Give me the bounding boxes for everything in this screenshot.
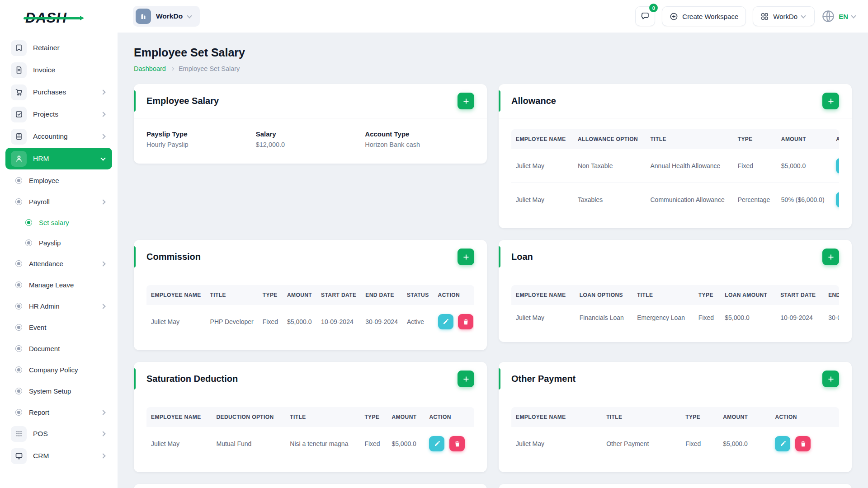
delete-button[interactable]	[449, 436, 465, 451]
create-workspace-label: Create Workspace	[682, 13, 738, 20]
column-header: START DATE	[316, 285, 361, 305]
trash-icon	[454, 441, 461, 447]
edit-button[interactable]	[438, 314, 453, 329]
field-label: Salary	[256, 130, 365, 138]
workdo-menu-button[interactable]: WorkDo	[753, 6, 815, 26]
table-cell: Percentage	[733, 183, 777, 217]
column-header: START DATE	[776, 285, 824, 305]
sidebar-item-projects[interactable]: Projects	[5, 103, 112, 125]
table-cell: 30-09-2024	[361, 305, 402, 338]
trash-icon	[462, 319, 469, 325]
table-header-row: EMPLOYEE NAME TITLE TYPE AMOUNT ACTION	[511, 407, 839, 427]
sidebar-item-label: Invoice	[33, 66, 107, 74]
circle-bullet-icon	[15, 282, 22, 288]
table-header-row: EMPLOYEE NAME LOAN OPTIONS TITLE TYPE LO…	[511, 285, 839, 305]
sidebar-item-accounting[interactable]: Accounting	[5, 126, 112, 147]
create-workspace-button[interactable]: Create Workspace	[662, 6, 746, 26]
edit-button[interactable]	[429, 436, 444, 451]
field-payslip-type: Payslip Type Hourly Payslip	[146, 130, 256, 148]
table-header-row: EMPLOYEE NAME DEDUCTION OPTION TITLE TYP…	[146, 407, 474, 427]
card-title: Allowance	[511, 96, 556, 106]
column-header: ACTION	[831, 129, 839, 149]
table-cell-actions	[770, 427, 839, 460]
table-cell: $5,000.0	[718, 427, 770, 460]
sidebar-item-payslip[interactable]: Payslip	[5, 233, 112, 253]
sidebar-item-label: Company Policy	[29, 366, 107, 374]
sidebar-item-set-salary[interactable]: Set salary	[5, 212, 112, 233]
sidebar-item-event[interactable]: Event	[5, 317, 112, 338]
table-cell: Juliet May	[511, 149, 573, 183]
add-loan-button[interactable]	[822, 249, 839, 265]
edit-button[interactable]	[836, 192, 839, 207]
salary-fields: Payslip Type Hourly Payslip Salary $12,0…	[146, 130, 474, 148]
other-payment-card: Other Payment EMPLOYEE NAME TITLE TYPE A…	[499, 362, 852, 472]
purchases-icon	[11, 84, 27, 100]
table-cell: $5,000.0	[777, 149, 831, 183]
breadcrumb-dashboard-link[interactable]: Dashboard	[134, 65, 166, 72]
sidebar-item-hr-admin[interactable]: HR Admin	[5, 296, 112, 317]
table-cell: Mutual Fund	[212, 427, 285, 460]
sidebar-item-system-setup[interactable]: System Setup	[5, 380, 112, 402]
table-cell: Juliet May	[511, 427, 602, 460]
table-cell: Fixed	[258, 305, 283, 338]
add-saturation-deduction-button[interactable]	[458, 371, 474, 387]
accounting-icon	[11, 129, 27, 145]
language-selector[interactable]: EN	[821, 9, 857, 23]
sidebar-item-payroll[interactable]: Payroll	[5, 191, 112, 212]
sidebar-item-hrm[interactable]: HRM	[5, 148, 112, 169]
pos-icon	[11, 426, 27, 442]
sidebar-item-retainer[interactable]: Retainer	[5, 37, 112, 59]
sidebar-item-attendance[interactable]: Attendance	[5, 253, 112, 274]
column-header: TYPE	[258, 285, 283, 305]
edit-button[interactable]	[775, 436, 790, 451]
loan-table: EMPLOYEE NAME LOAN OPTIONS TITLE TYPE LO…	[511, 285, 839, 330]
chevron-right-icon	[100, 112, 105, 117]
invoice-icon	[11, 62, 27, 78]
app-root: DASH Retainer Invoice Purchases	[0, 0, 868, 488]
field-account-type: Account Type Horizon Bank cash	[365, 130, 474, 148]
add-commission-button[interactable]	[458, 249, 474, 265]
column-header: TITLE	[632, 285, 694, 305]
sidebar-item-label: Set salary	[39, 219, 107, 226]
sidebar-item-label: Purchases	[33, 88, 95, 96]
column-header: END DATE	[361, 285, 402, 305]
messages-button[interactable]: 0	[635, 6, 655, 26]
globe-icon	[821, 9, 835, 23]
app-logo[interactable]: DASH	[0, 0, 118, 36]
field-label: Account Type	[365, 130, 474, 138]
page-title: Employee Set Salary	[134, 46, 852, 59]
sidebar-item-crm[interactable]: CRM	[5, 445, 112, 467]
column-header: EMPLOYEE NAME	[511, 407, 602, 427]
plus-icon	[462, 375, 470, 383]
edit-button[interactable]	[836, 158, 839, 174]
sidebar-item-label: Accounting	[33, 132, 95, 141]
table-cell: Fixed	[733, 149, 777, 183]
sidebar-item-pos[interactable]: POS	[5, 423, 112, 445]
cards-grid: Employee Salary Payslip Type Hourly Pays…	[134, 84, 852, 488]
sidebar-item-label: System Setup	[29, 387, 107, 395]
sidebar-item-invoice[interactable]: Invoice	[5, 59, 112, 81]
sidebar-item-employee[interactable]: Employee	[5, 170, 112, 191]
delete-button[interactable]	[458, 314, 473, 329]
sidebar-item-company-policy[interactable]: Company Policy	[5, 359, 112, 380]
add-other-payment-button[interactable]	[822, 371, 839, 387]
sidebar-item-report[interactable]: Report	[5, 402, 112, 423]
saturation-deduction-table: EMPLOYEE NAME DEDUCTION OPTION TITLE TYP…	[146, 407, 474, 460]
sidebar-item-purchases[interactable]: Purchases	[5, 81, 112, 103]
column-header: ACTION	[770, 407, 839, 427]
add-employee-salary-button[interactable]	[458, 93, 474, 109]
card-header: Employee Salary	[134, 84, 487, 118]
breadcrumb: Dashboard Employee Set Salary	[134, 65, 852, 72]
chevron-down-icon	[187, 13, 192, 18]
sidebar-item-manage-leave[interactable]: Manage Leave	[5, 274, 112, 296]
add-allowance-button[interactable]	[822, 93, 839, 109]
column-header: TYPE	[681, 407, 718, 427]
column-header: TITLE	[646, 129, 733, 149]
table-row: Juliet May PHP Developer Fixed $5,000.0 …	[146, 305, 474, 338]
sidebar-item-document[interactable]: Document	[5, 338, 112, 359]
table-cell-actions	[831, 149, 839, 183]
card-header: Saturation Deduction	[134, 362, 487, 396]
table-clip: EMPLOYEE NAME DEDUCTION OPTION TITLE TYP…	[146, 407, 474, 460]
delete-button[interactable]	[795, 436, 811, 451]
workspace-switcher[interactable]: WorkDo	[133, 6, 200, 27]
